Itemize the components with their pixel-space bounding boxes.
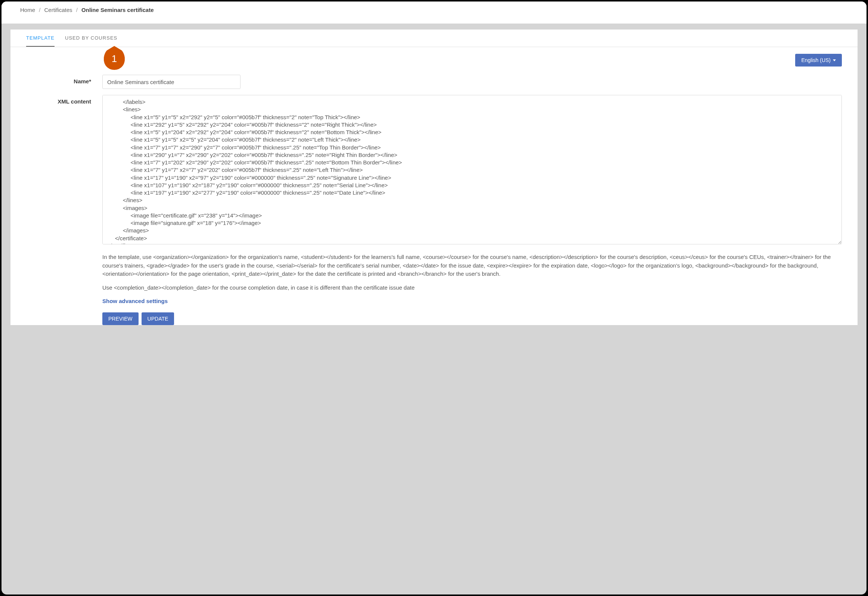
breadcrumb-certificates[interactable]: Certificates <box>44 7 72 13</box>
tabs: TEMPLATE USED BY COURSES <box>10 30 858 47</box>
language-dropdown[interactable]: English (US) <box>795 54 842 67</box>
language-label: English (US) <box>801 57 831 63</box>
tab-used-by-courses[interactable]: USED BY COURSES <box>65 30 117 47</box>
caret-down-icon <box>833 59 836 61</box>
help-text-1: In the template, use <organization></org… <box>102 253 842 278</box>
xml-label: XML content <box>26 95 102 325</box>
name-input[interactable] <box>102 75 241 89</box>
breadcrumb-home[interactable]: Home <box>20 7 35 13</box>
breadcrumb-sep: / <box>76 7 78 13</box>
breadcrumb-current: Online Seminars certificate <box>81 7 154 13</box>
name-label: Name* <box>26 75 102 89</box>
show-advanced-settings-link[interactable]: Show advanced settings <box>102 297 168 306</box>
xml-content-textarea[interactable] <box>102 95 842 244</box>
preview-button[interactable]: PREVIEW <box>102 312 139 325</box>
update-button[interactable]: UPDATE <box>142 312 174 325</box>
breadcrumb-sep: / <box>39 7 40 13</box>
breadcrumb: Home / Certificates / Online Seminars ce… <box>20 7 848 13</box>
help-text-2: Use <completion_date></completion_date> … <box>102 284 842 292</box>
tab-template[interactable]: TEMPLATE <box>26 30 55 47</box>
